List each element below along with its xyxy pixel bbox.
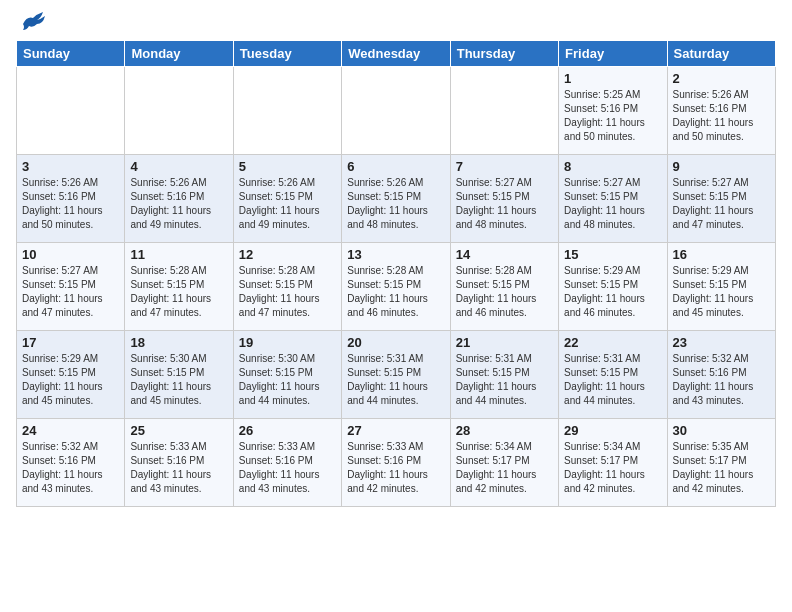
day-number: 9 [673,159,770,174]
day-number: 5 [239,159,336,174]
calendar-cell: 12Sunrise: 5:28 AMSunset: 5:15 PMDayligh… [233,243,341,331]
day-info: Sunrise: 5:26 AMSunset: 5:16 PMDaylight:… [673,88,770,144]
calendar-cell: 3Sunrise: 5:26 AMSunset: 5:16 PMDaylight… [17,155,125,243]
calendar-cell: 13Sunrise: 5:28 AMSunset: 5:15 PMDayligh… [342,243,450,331]
day-number: 21 [456,335,553,350]
calendar-cell: 2Sunrise: 5:26 AMSunset: 5:16 PMDaylight… [667,67,775,155]
day-number: 18 [130,335,227,350]
calendar-cell [17,67,125,155]
day-info: Sunrise: 5:26 AMSunset: 5:15 PMDaylight:… [347,176,444,232]
calendar-cell: 14Sunrise: 5:28 AMSunset: 5:15 PMDayligh… [450,243,558,331]
calendar-week-1: 1Sunrise: 5:25 AMSunset: 5:16 PMDaylight… [17,67,776,155]
day-number: 11 [130,247,227,262]
day-number: 4 [130,159,227,174]
day-info: Sunrise: 5:33 AMSunset: 5:16 PMDaylight:… [347,440,444,496]
day-number: 20 [347,335,444,350]
day-info: Sunrise: 5:29 AMSunset: 5:15 PMDaylight:… [673,264,770,320]
day-info: Sunrise: 5:27 AMSunset: 5:15 PMDaylight:… [673,176,770,232]
calendar-cell: 28Sunrise: 5:34 AMSunset: 5:17 PMDayligh… [450,419,558,507]
weekday-header-wednesday: Wednesday [342,41,450,67]
calendar-cell [342,67,450,155]
calendar-week-5: 24Sunrise: 5:32 AMSunset: 5:16 PMDayligh… [17,419,776,507]
calendar-cell: 10Sunrise: 5:27 AMSunset: 5:15 PMDayligh… [17,243,125,331]
day-info: Sunrise: 5:31 AMSunset: 5:15 PMDaylight:… [564,352,661,408]
calendar-cell: 29Sunrise: 5:34 AMSunset: 5:17 PMDayligh… [559,419,667,507]
day-info: Sunrise: 5:30 AMSunset: 5:15 PMDaylight:… [130,352,227,408]
day-info: Sunrise: 5:35 AMSunset: 5:17 PMDaylight:… [673,440,770,496]
bird-icon [19,10,47,32]
calendar-cell: 15Sunrise: 5:29 AMSunset: 5:15 PMDayligh… [559,243,667,331]
day-info: Sunrise: 5:34 AMSunset: 5:17 PMDaylight:… [564,440,661,496]
weekday-header-friday: Friday [559,41,667,67]
day-info: Sunrise: 5:28 AMSunset: 5:15 PMDaylight:… [456,264,553,320]
day-info: Sunrise: 5:26 AMSunset: 5:16 PMDaylight:… [22,176,119,232]
page: SundayMondayTuesdayWednesdayThursdayFrid… [0,0,792,523]
day-info: Sunrise: 5:26 AMSunset: 5:15 PMDaylight:… [239,176,336,232]
day-number: 30 [673,423,770,438]
day-number: 14 [456,247,553,262]
day-number: 7 [456,159,553,174]
calendar-cell: 7Sunrise: 5:27 AMSunset: 5:15 PMDaylight… [450,155,558,243]
day-number: 17 [22,335,119,350]
calendar-cell: 30Sunrise: 5:35 AMSunset: 5:17 PMDayligh… [667,419,775,507]
day-number: 15 [564,247,661,262]
calendar-cell: 4Sunrise: 5:26 AMSunset: 5:16 PMDaylight… [125,155,233,243]
calendar-cell [450,67,558,155]
day-info: Sunrise: 5:26 AMSunset: 5:16 PMDaylight:… [130,176,227,232]
day-number: 26 [239,423,336,438]
day-info: Sunrise: 5:33 AMSunset: 5:16 PMDaylight:… [130,440,227,496]
calendar-cell: 19Sunrise: 5:30 AMSunset: 5:15 PMDayligh… [233,331,341,419]
day-info: Sunrise: 5:29 AMSunset: 5:15 PMDaylight:… [22,352,119,408]
day-number: 19 [239,335,336,350]
day-info: Sunrise: 5:33 AMSunset: 5:16 PMDaylight:… [239,440,336,496]
calendar-cell [233,67,341,155]
day-info: Sunrise: 5:32 AMSunset: 5:16 PMDaylight:… [673,352,770,408]
weekday-header-monday: Monday [125,41,233,67]
calendar-cell [125,67,233,155]
day-info: Sunrise: 5:31 AMSunset: 5:15 PMDaylight:… [456,352,553,408]
day-number: 8 [564,159,661,174]
day-info: Sunrise: 5:28 AMSunset: 5:15 PMDaylight:… [239,264,336,320]
day-info: Sunrise: 5:31 AMSunset: 5:15 PMDaylight:… [347,352,444,408]
calendar-cell: 27Sunrise: 5:33 AMSunset: 5:16 PMDayligh… [342,419,450,507]
calendar-cell: 18Sunrise: 5:30 AMSunset: 5:15 PMDayligh… [125,331,233,419]
day-info: Sunrise: 5:30 AMSunset: 5:15 PMDaylight:… [239,352,336,408]
weekday-header-saturday: Saturday [667,41,775,67]
calendar-cell: 5Sunrise: 5:26 AMSunset: 5:15 PMDaylight… [233,155,341,243]
calendar-cell: 22Sunrise: 5:31 AMSunset: 5:15 PMDayligh… [559,331,667,419]
day-number: 25 [130,423,227,438]
day-number: 10 [22,247,119,262]
day-number: 12 [239,247,336,262]
day-number: 1 [564,71,661,86]
day-number: 3 [22,159,119,174]
day-info: Sunrise: 5:32 AMSunset: 5:16 PMDaylight:… [22,440,119,496]
calendar-cell: 1Sunrise: 5:25 AMSunset: 5:16 PMDaylight… [559,67,667,155]
calendar-cell: 9Sunrise: 5:27 AMSunset: 5:15 PMDaylight… [667,155,775,243]
header [16,10,776,32]
day-number: 23 [673,335,770,350]
day-number: 16 [673,247,770,262]
calendar-week-4: 17Sunrise: 5:29 AMSunset: 5:15 PMDayligh… [17,331,776,419]
day-number: 28 [456,423,553,438]
day-number: 22 [564,335,661,350]
day-info: Sunrise: 5:25 AMSunset: 5:16 PMDaylight:… [564,88,661,144]
calendar-cell: 23Sunrise: 5:32 AMSunset: 5:16 PMDayligh… [667,331,775,419]
calendar-cell: 8Sunrise: 5:27 AMSunset: 5:15 PMDaylight… [559,155,667,243]
calendar-week-2: 3Sunrise: 5:26 AMSunset: 5:16 PMDaylight… [17,155,776,243]
logo-area [16,10,47,32]
day-info: Sunrise: 5:34 AMSunset: 5:17 PMDaylight:… [456,440,553,496]
day-number: 29 [564,423,661,438]
calendar-cell: 6Sunrise: 5:26 AMSunset: 5:15 PMDaylight… [342,155,450,243]
calendar-table: SundayMondayTuesdayWednesdayThursdayFrid… [16,40,776,507]
calendar-cell: 17Sunrise: 5:29 AMSunset: 5:15 PMDayligh… [17,331,125,419]
calendar-cell: 20Sunrise: 5:31 AMSunset: 5:15 PMDayligh… [342,331,450,419]
calendar-cell: 24Sunrise: 5:32 AMSunset: 5:16 PMDayligh… [17,419,125,507]
logo-row [16,10,47,32]
weekday-header-thursday: Thursday [450,41,558,67]
day-info: Sunrise: 5:27 AMSunset: 5:15 PMDaylight:… [564,176,661,232]
calendar-cell: 25Sunrise: 5:33 AMSunset: 5:16 PMDayligh… [125,419,233,507]
day-info: Sunrise: 5:29 AMSunset: 5:15 PMDaylight:… [564,264,661,320]
day-number: 13 [347,247,444,262]
calendar-cell: 11Sunrise: 5:28 AMSunset: 5:15 PMDayligh… [125,243,233,331]
day-number: 24 [22,423,119,438]
